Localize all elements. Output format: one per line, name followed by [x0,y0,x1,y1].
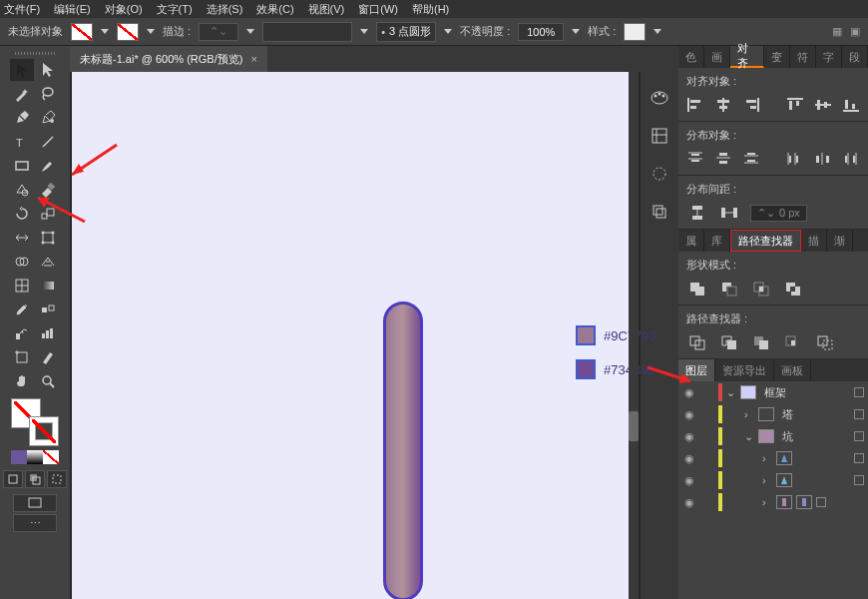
artwork-pill-shape[interactable] [383,301,423,599]
draw-behind-icon[interactable] [25,470,45,488]
align-left-icon[interactable] [686,95,704,115]
edit-toolbar-icon[interactable]: ⋯ [13,514,57,532]
screen-mode-icon[interactable] [13,494,57,512]
align-right-icon[interactable] [742,95,760,115]
chip-none[interactable] [43,450,59,464]
tab-align[interactable]: 对齐 [730,46,764,68]
hdist-right-icon[interactable] [842,149,860,169]
magic-wand-tool[interactable] [10,83,34,105]
pf-crop-icon[interactable] [782,332,804,352]
expand-icon[interactable]: ⌄ [744,430,754,443]
vspacing-icon[interactable] [686,203,708,223]
vdist-bottom-icon[interactable] [742,149,760,169]
stroke-swatch[interactable] [117,23,139,41]
close-tab-icon[interactable]: × [250,53,256,65]
visibility-icon[interactable]: ◉ [682,408,696,421]
pen-tool[interactable] [10,107,34,129]
paintbrush-tool[interactable] [36,155,60,177]
target-icon[interactable] [854,475,864,485]
target-icon[interactable] [854,387,864,397]
document-tab[interactable]: 未标题-1.ai* @ 600% (RGB/预览) × [70,46,267,72]
layer-row-2[interactable]: ◉ › 塔 [678,403,868,425]
perspective-grid-tool[interactable] [36,251,60,273]
vertical-scrollbar[interactable] [629,72,639,599]
slice-tool[interactable] [36,346,60,368]
layer-row-1[interactable]: ◉ ⌄ 框架 [678,381,868,403]
stroke-dropdown-icon[interactable] [147,29,155,34]
visibility-icon[interactable]: ◉ [682,474,696,487]
hdist-left-icon[interactable] [786,149,804,169]
symbol-sprayer-tool[interactable] [10,322,34,344]
lasso-tool[interactable] [36,83,60,105]
stroke-color-box[interactable] [29,416,59,446]
curvature-tool[interactable] [36,107,60,129]
draw-inside-icon[interactable] [47,470,67,488]
layer-row-path2[interactable]: ◉ › [678,469,868,491]
width-profile-select[interactable]: • 3 点圆形 [376,22,436,42]
style-dropdown-icon[interactable] [653,29,661,34]
color-panel-icon[interactable] [648,86,671,110]
layer-row-path1[interactable]: ◉ › [678,447,868,469]
target-icon[interactable] [854,453,864,463]
fill-dropdown-icon[interactable] [101,29,109,34]
artboard-tool[interactable] [10,346,34,368]
tab-seg[interactable]: 段 [842,46,868,68]
line-segment-tool[interactable] [36,131,60,153]
layer-row-3[interactable]: ◉ ⌄ 坑 [678,425,868,447]
tab-artboards[interactable]: 画板 [774,359,811,381]
opacity-dropdown-icon[interactable] [572,29,580,34]
shaper-tool[interactable] [10,179,34,201]
pf-merge-icon[interactable] [750,332,772,352]
pf-minus-front-icon[interactable] [718,279,740,299]
canvas[interactable]: #9C7793 #734B92 [72,72,639,599]
menu-window[interactable]: 窗口(W) [358,2,398,17]
eyedropper-tool[interactable] [10,299,34,320]
shape-builder-tool[interactable] [10,251,34,273]
free-transform-tool[interactable] [36,227,60,249]
direct-selection-tool[interactable] [36,59,60,81]
type-tool[interactable]: T [10,131,34,153]
align-docs-icon[interactable]: ▦ [832,25,842,38]
menu-view[interactable]: 视图(V) [308,2,345,17]
layer-row-path3[interactable]: ◉ › [678,491,868,513]
visibility-icon[interactable]: ◉ [682,430,696,443]
gradient-tool[interactable] [36,275,60,297]
menu-file[interactable]: 文件(F) [4,2,40,17]
expand-icon[interactable]: › [762,452,772,464]
draw-normal-icon[interactable] [3,470,23,488]
visibility-icon[interactable]: ◉ [682,452,696,465]
toolbox-grip[interactable] [15,52,55,55]
profile-dropdown-icon[interactable] [444,29,452,34]
rectangle-tool[interactable] [10,155,34,177]
target-icon[interactable] [816,497,826,507]
hdist-center-icon[interactable] [814,149,832,169]
rotate-tool[interactable] [10,203,34,225]
setup-doc-icon[interactable]: ▣ [850,25,860,38]
menu-select[interactable]: 选择(S) [207,2,243,17]
vdist-top-icon[interactable] [686,149,704,169]
tab-pathfinder[interactable]: 路径查找器 [730,230,801,252]
target-icon[interactable] [854,431,864,441]
menu-help[interactable]: 帮助(H) [412,2,449,17]
column-graph-tool[interactable] [36,322,60,344]
hspacing-icon[interactable] [718,203,740,223]
expand-icon[interactable]: › [762,474,772,486]
pf-divide-icon[interactable] [686,332,708,352]
chip-gradient[interactable] [27,450,43,464]
tab-color[interactable]: 色 [678,46,704,68]
tab-asset-export[interactable]: 资源导出 [715,359,774,381]
selection-tool[interactable] [10,59,34,81]
pf-trim-icon[interactable] [718,332,740,352]
menu-edit[interactable]: 编辑(E) [54,2,91,17]
tab-gradient[interactable]: 渐 [827,230,853,252]
fill-swatch[interactable] [71,23,93,41]
tab-attributes[interactable]: 属 [678,230,704,252]
align-bottom-icon[interactable] [842,95,860,115]
align-vcenter-icon[interactable] [814,95,832,115]
stroke-weight-dropdown-icon[interactable] [246,29,254,34]
tab-swatches[interactable]: 画 [704,46,730,68]
chip-solid[interactable] [11,450,27,464]
stroke-weight-field[interactable]: ⌃⌄ [199,23,238,41]
mesh-tool[interactable] [10,275,34,297]
pf-exclude-icon[interactable] [782,279,804,299]
